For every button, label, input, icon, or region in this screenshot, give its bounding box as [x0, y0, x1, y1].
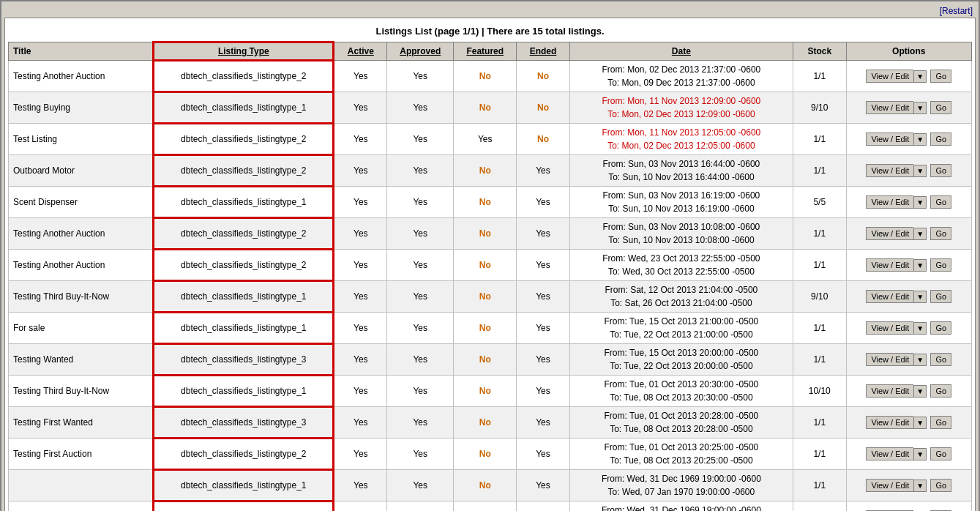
- table-row: dbtech_classifieds_listingtype_1YesYesNo…: [9, 470, 972, 501]
- view-edit-button[interactable]: View / Edit: [866, 227, 913, 240]
- cell-title: Test Listing: [9, 124, 154, 155]
- cell-approved: Yes: [387, 92, 454, 124]
- view-edit-button[interactable]: View / Edit: [866, 447, 913, 460]
- view-edit-button[interactable]: View / Edit: [866, 70, 913, 83]
- header-active: Active: [334, 42, 387, 61]
- table-row: Testing Third Buy-It-Nowdbtech_classifie…: [9, 376, 972, 407]
- go-button[interactable]: Go: [930, 290, 951, 303]
- view-edit-button[interactable]: View / Edit: [866, 101, 913, 114]
- cell-stock: 1/1: [793, 470, 846, 501]
- table-row: Testing Another Auctiondbtech_classified…: [9, 250, 972, 281]
- cell-stock: 1/1: [793, 61, 846, 92]
- header-options: Options: [846, 42, 971, 61]
- view-edit-button[interactable]: View / Edit: [866, 353, 913, 366]
- view-edit-button[interactable]: View / Edit: [866, 195, 913, 209]
- go-button[interactable]: Go: [930, 447, 951, 460]
- cell-active: Yes: [334, 313, 387, 344]
- cell-listing-type: dbtech_classifieds_listingtype_1: [154, 470, 334, 501]
- cell-featured: No: [454, 344, 517, 376]
- cell-options: View / Edit▼ Go: [846, 501, 971, 512]
- cell-listing-type: dbtech_classifieds_listingtype_1: [154, 376, 334, 407]
- cell-approved: Yes: [387, 407, 454, 439]
- dropdown-button[interactable]: ▼: [913, 354, 927, 366]
- go-button[interactable]: Go: [930, 353, 951, 366]
- cell-stock: 1/1: [793, 439, 846, 470]
- go-button[interactable]: Go: [930, 258, 951, 272]
- cell-active: Yes: [334, 92, 387, 124]
- dropdown-button[interactable]: ▼: [913, 322, 927, 335]
- cell-title: Testing Third Buy-It-Now: [9, 281, 154, 313]
- dropdown-button[interactable]: ▼: [913, 133, 927, 146]
- cell-ended: Yes: [517, 281, 570, 313]
- cell-ended: No: [517, 124, 570, 155]
- go-button[interactable]: Go: [930, 133, 951, 146]
- cell-listing-type: dbtech_classifieds_listingtype_1: [154, 281, 334, 313]
- cell-title: Testing Another Auction: [9, 218, 154, 250]
- cell-approved: Yes: [387, 218, 454, 250]
- go-button[interactable]: Go: [930, 384, 951, 398]
- go-button[interactable]: Go: [930, 321, 951, 335]
- cell-approved: Yes: [387, 124, 454, 155]
- go-button[interactable]: Go: [930, 479, 951, 492]
- dropdown-button[interactable]: ▼: [913, 165, 927, 177]
- header-listing-type: Listing Type: [154, 42, 334, 61]
- table-row: Testing Third Buy-It-Nowdbtech_classifie…: [9, 281, 972, 313]
- cell-listing-type: dbtech_classifieds_listingtype_2: [154, 439, 334, 470]
- cell-active: Yes: [334, 344, 387, 376]
- dropdown-button[interactable]: ▼: [913, 70, 927, 83]
- cell-date: From: Tue, 01 Oct 2013 20:30:00 -0500To:…: [569, 376, 793, 407]
- header-featured: Featured: [454, 42, 517, 61]
- table-row: Scent Dispenserdbtech_classifieds_listin…: [9, 187, 972, 218]
- view-edit-button[interactable]: View / Edit: [866, 290, 913, 303]
- cell-featured: No: [454, 250, 517, 281]
- cell-ended: No: [517, 92, 570, 124]
- go-button[interactable]: Go: [930, 416, 951, 429]
- dropdown-button[interactable]: ▼: [913, 228, 927, 240]
- cell-ended: Yes: [517, 501, 570, 512]
- cell-date: From: Sun, 03 Nov 2013 10:08:00 -0600To:…: [569, 218, 793, 250]
- cell-active: Yes: [334, 376, 387, 407]
- table-row: Testing Another Auctiondbtech_classified…: [9, 218, 972, 250]
- view-edit-button[interactable]: View / Edit: [866, 321, 913, 335]
- cell-options: View / Edit▼ Go: [846, 218, 971, 250]
- cell-active: Yes: [334, 407, 387, 439]
- dropdown-button[interactable]: ▼: [913, 196, 927, 209]
- go-button[interactable]: Go: [930, 101, 951, 114]
- cell-active: Yes: [334, 61, 387, 92]
- header-title: Title: [9, 42, 154, 61]
- dropdown-button[interactable]: ▼: [913, 417, 927, 429]
- view-edit-button[interactable]: View / Edit: [866, 384, 913, 398]
- cell-approved: Yes: [387, 187, 454, 218]
- go-button[interactable]: Go: [930, 70, 951, 83]
- view-edit-button[interactable]: View / Edit: [866, 479, 913, 492]
- dropdown-button[interactable]: ▼: [913, 448, 927, 460]
- dropdown-button[interactable]: ▼: [913, 259, 927, 272]
- cell-approved: Yes: [387, 376, 454, 407]
- cell-date: From: Tue, 15 Oct 2013 20:00:00 -0500To:…: [569, 344, 793, 376]
- cell-approved: Yes: [387, 313, 454, 344]
- cell-stock: 10/10: [793, 376, 846, 407]
- table-row: Testing First Wanteddbtech_classifieds_l…: [9, 407, 972, 439]
- cell-date: From: Sun, 03 Nov 2013 16:19:00 -0600To:…: [569, 187, 793, 218]
- cell-approved: Yes: [387, 344, 454, 376]
- dropdown-button[interactable]: ▼: [913, 480, 927, 492]
- go-button[interactable]: Go: [930, 164, 951, 177]
- view-edit-button[interactable]: View / Edit: [866, 416, 913, 429]
- cell-stock: 9/10: [793, 92, 846, 124]
- cell-listing-type: dbtech_classifieds_listingtype_1: [154, 187, 334, 218]
- cell-approved: Yes: [387, 470, 454, 501]
- go-button[interactable]: Go: [930, 195, 951, 209]
- cell-date: From: Tue, 01 Oct 2013 20:25:00 -0500To:…: [569, 439, 793, 470]
- dropdown-button[interactable]: ▼: [913, 385, 927, 398]
- cell-options: View / Edit▼ Go: [846, 313, 971, 344]
- go-button[interactable]: Go: [930, 227, 951, 240]
- cell-date: From: Wed, 31 Dec 1969 19:00:00 -0600To:…: [569, 501, 793, 512]
- cell-options: View / Edit▼ Go: [846, 439, 971, 470]
- dropdown-button[interactable]: ▼: [913, 102, 927, 114]
- restart-link[interactable]: [Restart]: [940, 6, 973, 16]
- view-edit-button[interactable]: View / Edit: [866, 133, 913, 146]
- cell-stock: 9/10: [793, 281, 846, 313]
- view-edit-button[interactable]: View / Edit: [866, 258, 913, 272]
- view-edit-button[interactable]: View / Edit: [866, 164, 913, 177]
- dropdown-button[interactable]: ▼: [913, 291, 927, 303]
